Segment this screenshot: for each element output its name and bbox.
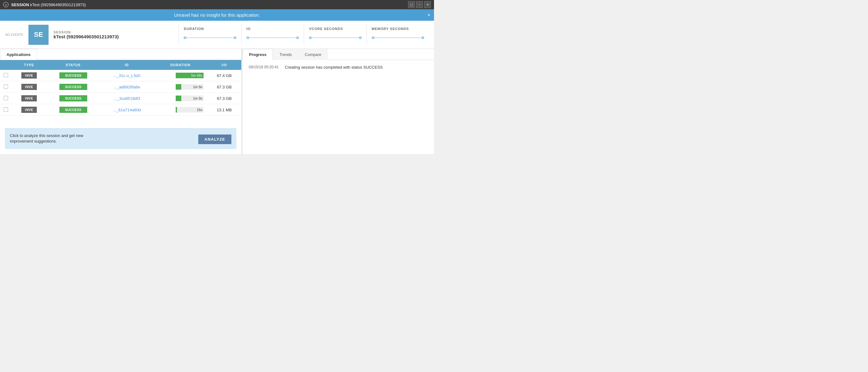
row-duration: 1m 9s	[154, 81, 207, 93]
row-checkbox[interactable]	[4, 96, 8, 100]
left-panel: Applications TYPE STATUS ID DURATION I/O…	[0, 49, 241, 154]
app-icon: U	[3, 2, 9, 7]
row-io: 13.1 MB	[207, 104, 241, 116]
row-checkbox[interactable]	[4, 107, 8, 112]
row-duration: 1m 9s	[154, 93, 207, 104]
session-info: SESSION kTest (5929964903501213973)	[54, 30, 179, 39]
type-badge: HIVE	[21, 84, 37, 90]
type-badge: HIVE	[21, 95, 37, 101]
analyze-button[interactable]: ANALYZE	[198, 134, 231, 144]
row-id[interactable]: ..._3ce8519df3	[100, 93, 154, 104]
metric-io-label: IO	[247, 27, 299, 31]
col-status: STATUS	[46, 60, 100, 70]
tab-trends[interactable]: Trends	[273, 49, 298, 60]
applications-table: TYPE STATUS ID DURATION I/O HIVESUCCESS.…	[0, 60, 241, 116]
metric-duration-chart	[184, 33, 236, 42]
col-duration: DURATION	[154, 60, 207, 70]
analyze-section: Click to analyze this session and get ne…	[5, 128, 236, 149]
row-id[interactable]: ..._61a714a60d	[100, 104, 154, 116]
row-io: 67.4 GB	[207, 70, 241, 81]
svg-text:U: U	[5, 3, 7, 6]
alert-banner: Unravel has no insight for this applicat…	[0, 9, 434, 21]
no-events-label: NO EVENTS	[5, 33, 24, 36]
type-badge: HIVE	[21, 107, 37, 113]
right-panel: Progress Trends Compare 09/15/18 05:20:4…	[243, 49, 434, 154]
session-avatar: SE	[28, 25, 49, 45]
metric-duration-label: DURATION	[184, 27, 236, 31]
metric-vcore-label: VCORE SECONDS	[309, 27, 361, 31]
col-id: ID	[100, 60, 154, 70]
row-status: SUCCESS	[46, 70, 100, 81]
title-bar-text: SESSION kTest (5929964903501213973)	[11, 2, 86, 7]
row-status: SUCCESS	[46, 93, 100, 104]
event-row: 09/15/18 05:20:41Creating session has co…	[243, 60, 434, 74]
minimize-button[interactable]: −	[416, 1, 423, 8]
row-io: 67.3 GB	[207, 93, 241, 104]
row-status: SUCCESS	[46, 104, 100, 116]
session-header: NO EVENTS SE SESSION kTest (592996490350…	[0, 21, 434, 49]
duration-text: 1m 9s	[193, 85, 202, 89]
metric-io-chart	[247, 33, 299, 42]
metric-vcore: VCORE SECONDS	[304, 24, 367, 45]
row-type: HIVE	[12, 70, 46, 81]
event-time: 09/15/18 05:20:41	[249, 65, 279, 69]
table-row[interactable]: HIVESUCCESS..._31c-u_L3sD5m 58s67.4 GB	[0, 70, 241, 81]
metric-duration: DURATION	[179, 24, 241, 45]
row-checkbox-cell[interactable]	[0, 70, 12, 81]
tab-compare[interactable]: Compare	[298, 49, 328, 60]
row-id[interactable]: ..._31c-u_L3sD	[100, 70, 154, 81]
events-container: 09/15/18 05:20:41Creating session has co…	[243, 60, 434, 74]
metrics-section: DURATION IO VCORE SECONDS MEM	[179, 24, 429, 45]
metric-memory: MEMORY SECONDS	[367, 24, 429, 45]
alert-close-button[interactable]: ×	[428, 12, 430, 18]
window-controls[interactable]: ◻ − ✕	[408, 1, 431, 8]
duration-text: 15s	[197, 108, 202, 112]
alert-message: Unravel has no insight for this applicat…	[174, 12, 260, 18]
row-duration: 15s	[154, 104, 207, 116]
row-duration: 5m 58s	[154, 70, 207, 81]
session-name: kTest (5929964903501213973)	[54, 34, 179, 39]
metric-vcore-chart	[309, 33, 361, 42]
title-bar-left: U SESSION kTest (5929964903501213973)	[3, 2, 86, 7]
left-tab-bar: Applications	[0, 49, 241, 60]
close-button[interactable]: ✕	[424, 1, 431, 8]
table-header: TYPE STATUS ID DURATION I/O	[0, 60, 241, 70]
row-checkbox-cell[interactable]	[0, 104, 12, 116]
row-checkbox[interactable]	[4, 73, 8, 77]
type-badge: HIVE	[21, 72, 37, 79]
status-badge: SUCCESS	[59, 84, 87, 90]
row-checkbox-cell[interactable]	[0, 93, 12, 104]
row-type: HIVE	[12, 104, 46, 116]
restore-button[interactable]: ◻	[408, 1, 415, 8]
row-status: SUCCESS	[46, 81, 100, 93]
status-badge: SUCCESS	[59, 107, 87, 113]
main-content: Applications TYPE STATUS ID DURATION I/O…	[0, 49, 434, 154]
row-type: HIVE	[12, 93, 46, 104]
status-badge: SUCCESS	[59, 95, 87, 101]
status-badge: SUCCESS	[59, 72, 87, 79]
session-label: SESSION	[54, 30, 179, 34]
row-checkbox[interactable]	[4, 85, 8, 89]
duration-text: 1m 9s	[193, 96, 202, 100]
event-message: Creating session has completed with stat…	[285, 65, 383, 69]
metric-memory-chart	[372, 33, 424, 42]
table-row[interactable]: HIVESUCCESS..._61a714a60d15s13.1 MB	[0, 104, 241, 116]
table-body: HIVESUCCESS..._31c-u_L3sD5m 58s67.4 GBHI…	[0, 70, 241, 116]
row-id[interactable]: ..._ad6826fa6e	[100, 81, 154, 93]
col-type: TYPE	[12, 60, 46, 70]
row-io: 67.3 GB	[207, 81, 241, 93]
right-tab-bar: Progress Trends Compare	[243, 49, 434, 60]
tab-applications[interactable]: Applications	[0, 49, 37, 60]
row-checkbox-cell[interactable]	[0, 81, 12, 93]
duration-text: 5m 58s	[191, 73, 202, 77]
table-row[interactable]: HIVESUCCESS..._3ce8519df31m 9s67.3 GB	[0, 93, 241, 104]
analyze-text: Click to analyze this session and get ne…	[10, 133, 87, 144]
table-row[interactable]: HIVESUCCESS..._ad6826fa6e1m 9s67.3 GB	[0, 81, 241, 93]
col-io: I/O	[207, 60, 241, 70]
tab-progress[interactable]: Progress	[243, 49, 273, 60]
metric-memory-label: MEMORY SECONDS	[372, 27, 424, 31]
metric-io: IO	[242, 24, 304, 45]
title-bar: U SESSION kTest (5929964903501213973) ◻ …	[0, 0, 434, 9]
col-checkbox	[0, 60, 12, 70]
row-type: HIVE	[12, 81, 46, 93]
